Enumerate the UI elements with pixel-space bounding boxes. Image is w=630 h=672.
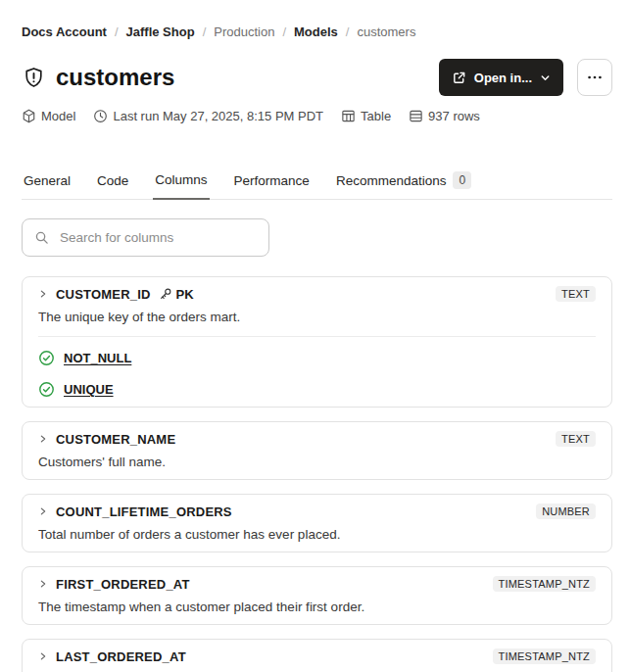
search-input[interactable] <box>58 229 257 246</box>
breadcrumb-separator: / <box>115 24 119 39</box>
column-name: CUSTOMER_ID <box>56 287 151 302</box>
rows-icon <box>409 109 423 123</box>
column-card-header[interactable]: CUSTOMER_NAME TEXT <box>38 430 596 448</box>
meta-item: Model <box>22 109 75 123</box>
chevron-down-icon <box>540 72 551 83</box>
breadcrumb: Docs Account/Jaffle Shop/Production/Mode… <box>22 24 612 39</box>
header-actions: Open in... <box>439 59 612 96</box>
column-name: FIRST_ORDERED_AT <box>56 577 190 592</box>
model-page: Docs Account/Jaffle Shop/Production/Mode… <box>0 24 630 672</box>
constraint-item: NOT_NULL <box>38 350 596 366</box>
meta-label: Model <box>41 109 75 123</box>
table-icon <box>341 109 356 123</box>
pk-label: PK <box>176 287 194 302</box>
tab-columns[interactable]: Columns <box>153 171 209 200</box>
breadcrumb-item-1[interactable]: Jaffle Shop <box>126 24 195 39</box>
search-icon <box>34 230 49 245</box>
chevron-right-icon[interactable] <box>38 579 48 589</box>
check-circle-icon <box>38 350 55 366</box>
tab-recommendations[interactable]: Recommendations 0 <box>334 171 473 199</box>
tab-code[interactable]: Code <box>95 171 130 199</box>
column-name: COUNT_LIFETIME_ORDERS <box>56 504 232 519</box>
cube-icon <box>22 109 36 123</box>
meta-item: Last run May 27, 2025, 8:15 PM PDT <box>93 109 323 123</box>
column-description: The timestamp when a customer placed the… <box>38 599 596 615</box>
search-box[interactable] <box>22 218 269 257</box>
column-card: FIRST_ORDERED_AT TIMESTAMP_NTZ The times… <box>22 566 612 625</box>
meta-label: Table <box>361 109 391 123</box>
column-card-header[interactable]: COUNT_LIFETIME_ORDERS NUMBER <box>38 503 596 520</box>
breadcrumb-separator: / <box>282 24 286 39</box>
meta-label: Last run May 27, 2025, 8:15 PM PDT <box>113 109 323 123</box>
ellipsis-icon <box>586 69 604 86</box>
chevron-right-icon[interactable] <box>38 289 48 299</box>
clock-icon <box>93 109 108 123</box>
tab-general[interactable]: General <box>22 171 73 199</box>
column-card: CUSTOMER_ID PK TEXT The unique key of th… <box>22 276 612 408</box>
breadcrumb-item-2[interactable]: Production <box>214 24 274 39</box>
column-type-badge: TEXT <box>556 431 596 447</box>
column-description: Total number of orders a customer has ev… <box>38 526 596 543</box>
open-in-label: Open in... <box>474 71 532 85</box>
constraint-item: UNIQUE <box>38 381 596 398</box>
meta-item: Table <box>341 109 391 123</box>
columns-list: CUSTOMER_ID PK TEXT The unique key of th… <box>22 276 612 672</box>
more-options-button[interactable] <box>577 59 612 96</box>
shield-alert-icon <box>22 66 46 90</box>
column-card: COUNT_LIFETIME_ORDERS NUMBER Total numbe… <box>22 494 612 552</box>
tab-bar: General Code Columns Performance Recomme… <box>22 171 612 200</box>
page-title: customers <box>56 64 174 91</box>
meta-row: Model Last run May 27, 2025, 8:15 PM PDT… <box>22 109 612 123</box>
breadcrumb-item-0[interactable]: Docs Account <box>22 24 107 39</box>
meta-item: 937 rows <box>409 109 480 123</box>
tab-count-badge: 0 <box>453 171 471 189</box>
column-type-badge: TIMESTAMP_NTZ <box>493 576 596 592</box>
open-in-button[interactable]: Open in... <box>439 59 563 96</box>
breadcrumb-item-3[interactable]: Models <box>294 24 338 39</box>
column-card: CUSTOMER_NAME TEXT Customers' full name. <box>22 421 612 480</box>
column-type-badge: NUMBER <box>536 504 596 519</box>
column-card-header[interactable]: LAST_ORDERED_AT TIMESTAMP_NTZ <box>38 648 596 665</box>
column-card-header[interactable]: CUSTOMER_ID PK TEXT <box>38 285 596 303</box>
key-icon <box>159 287 172 301</box>
external-link-icon <box>452 71 466 85</box>
tab-performance[interactable]: Performance <box>232 171 312 199</box>
constraint-label[interactable]: UNIQUE <box>64 382 114 397</box>
chevron-right-icon[interactable] <box>38 651 48 661</box>
check-circle-icon <box>38 381 55 398</box>
meta-label: 937 rows <box>428 109 480 123</box>
column-description: Customers' full name. <box>38 454 596 470</box>
breadcrumb-item-4[interactable]: customers <box>357 24 415 39</box>
column-name: LAST_ORDERED_AT <box>56 649 186 664</box>
chevron-right-icon[interactable] <box>38 506 48 516</box>
constraints-section: NOT_NULL UNIQUE <box>38 336 596 398</box>
breadcrumb-separator: / <box>203 24 207 39</box>
chevron-right-icon[interactable] <box>38 434 48 444</box>
page-header: customers Open in... <box>22 59 612 96</box>
column-card-header[interactable]: FIRST_ORDERED_AT TIMESTAMP_NTZ <box>38 575 596 593</box>
constraint-label[interactable]: NOT_NULL <box>64 351 131 365</box>
column-description: The unique key of the orders mart. <box>38 309 596 325</box>
column-type-badge: TIMESTAMP_NTZ <box>493 648 596 664</box>
column-card: LAST_ORDERED_AT TIMESTAMP_NTZ The timest… <box>22 639 612 672</box>
title-wrap: customers <box>22 64 174 91</box>
column-name: CUSTOMER_NAME <box>56 432 175 447</box>
column-type-badge: TEXT <box>556 286 596 302</box>
primary-key-indicator: PK <box>159 287 194 302</box>
breadcrumb-separator: / <box>346 24 350 39</box>
